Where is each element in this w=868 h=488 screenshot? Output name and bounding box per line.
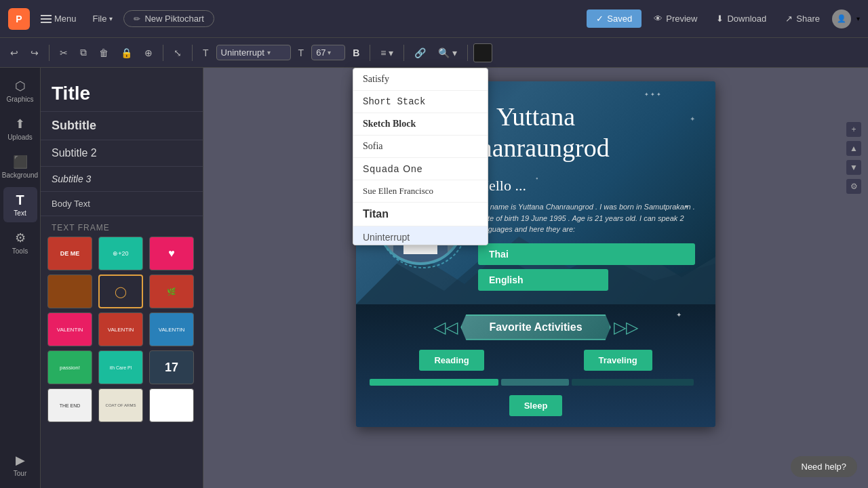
stars-decoration: ✦ ✦ ✦ bbox=[644, 92, 661, 98]
template-grid: DE ME ⊕+20 ♥ bbox=[41, 237, 203, 270]
template-thumb-1[interactable]: DE ME bbox=[47, 237, 92, 270]
cut-button[interactable]: ✂ bbox=[55, 44, 73, 62]
template-thumb-3[interactable]: ♥ bbox=[149, 237, 194, 270]
canvas-area[interactable]: + ▲ ▼ ⚙ ✦ ✦ ✦ ✦ ● ● Yuttana bbox=[203, 68, 868, 488]
font-option-sofia[interactable]: Sofia bbox=[353, 136, 488, 158]
activities-section: ◁◁ Favorite Activities ▷▷ ✦ Reading Trav… bbox=[356, 304, 715, 427]
text-frame-section: Text Frame bbox=[41, 216, 203, 237]
share-button[interactable]: ↗ Share bbox=[778, 9, 827, 28]
banner-left-arrow: ◁◁ bbox=[433, 318, 458, 337]
activity-stars: ✦ bbox=[676, 311, 682, 319]
template-thumb-7[interactable]: VALENTIN bbox=[47, 312, 92, 346]
template-grid-3: VALENTIN VALENTIN VALENTIN bbox=[41, 312, 203, 346]
tour-icon: ▶ bbox=[13, 453, 28, 468]
template-thumb-2[interactable]: ⊕+20 bbox=[98, 237, 143, 270]
reading-activity: Reading bbox=[419, 350, 484, 371]
font-list: Satisfy Short Stack Sketch Block Sofia S… bbox=[353, 68, 488, 245]
top-bar: P Menu File ▾ ✏ New Piktochart ✓ Saved 👁… bbox=[0, 0, 868, 38]
template-thumb-4[interactable] bbox=[47, 274, 92, 308]
activities-ribbon: Favorite Activities bbox=[460, 314, 610, 340]
nav-up-button[interactable]: ▲ bbox=[846, 141, 861, 156]
title-style-item[interactable]: Title bbox=[41, 76, 203, 112]
hamburger-icon bbox=[41, 15, 52, 23]
font-option-short-stack[interactable]: Short Stack bbox=[353, 91, 488, 113]
add-element-button[interactable]: + bbox=[846, 122, 861, 137]
sidebar-item-background[interactable]: ⬛ Background bbox=[3, 149, 37, 184]
preview-button[interactable]: 👁 Preview bbox=[647, 9, 704, 28]
pencil-icon: ✏ bbox=[134, 14, 140, 24]
effects-button[interactable]: 🔍 ▾ bbox=[433, 44, 462, 62]
toolbar-divider-3 bbox=[192, 45, 193, 61]
file-button[interactable]: File ▾ bbox=[87, 11, 119, 26]
subtitle-style-item[interactable]: Subtitle bbox=[41, 112, 203, 140]
font-option-satisfy[interactable]: Satisfy bbox=[353, 68, 488, 91]
font-option-sketch-block[interactable]: Sketch Block bbox=[353, 113, 488, 136]
template-thumb-6[interactable]: 🌿 bbox=[149, 274, 194, 308]
font-option-sue-ellen[interactable]: Sue Ellen Francisco bbox=[353, 180, 488, 203]
template-thumb-10[interactable]: passion! bbox=[47, 350, 92, 384]
progress-seg-1 bbox=[370, 379, 498, 386]
font-dropdown[interactable]: Uninterrupt ▾ bbox=[216, 45, 291, 60]
sleep-container: Sleep bbox=[370, 391, 702, 420]
template-thumb-8[interactable]: VALENTIN bbox=[98, 312, 143, 346]
progress-row-1 bbox=[370, 379, 702, 386]
font-size-input[interactable]: 67 ▾ bbox=[311, 45, 345, 60]
nav-down-button[interactable]: ▼ bbox=[846, 160, 861, 175]
sidebar-item-graphics[interactable]: ⬡ Graphics bbox=[3, 73, 37, 108]
template-grid-5: THE END COAT OF ARMS bbox=[41, 388, 203, 422]
user-chevron-icon: ▾ bbox=[856, 15, 860, 22]
delete-button[interactable]: 🗑 bbox=[94, 44, 113, 62]
redo-button[interactable]: ↪ bbox=[26, 44, 43, 62]
avatar[interactable]: 👤 bbox=[832, 9, 851, 28]
template-thumb-9[interactable]: VALENTIN bbox=[149, 312, 194, 346]
subtitle3-style-item[interactable]: Subtitle 3 bbox=[41, 167, 203, 192]
template-thumb-12[interactable]: 17 bbox=[149, 350, 194, 384]
saved-button[interactable]: ✓ Saved bbox=[587, 9, 642, 28]
graphics-icon: ⬡ bbox=[13, 79, 28, 94]
text-type-button[interactable]: T bbox=[198, 44, 214, 62]
new-piktochart-button[interactable]: ✏ New Piktochart bbox=[123, 10, 214, 27]
download-button[interactable]: ⬇ Download bbox=[709, 9, 773, 28]
sleep-activity: Sleep bbox=[509, 395, 563, 416]
sidebar-item-tools[interactable]: ⚙ Tools bbox=[3, 225, 37, 260]
thai-language-bar: Thai bbox=[478, 243, 695, 265]
settings-button[interactable]: ⚙ bbox=[846, 179, 861, 194]
menu-button[interactable]: Menu bbox=[35, 11, 82, 26]
body-style-item[interactable]: Body Text bbox=[41, 192, 203, 216]
font-option-titan[interactable]: Titan bbox=[353, 203, 488, 226]
hello-text: Hello ... bbox=[478, 177, 695, 195]
copy-button[interactable]: ⧉ bbox=[75, 43, 92, 62]
banner-right-arrow: ▷▷ bbox=[614, 318, 638, 337]
subtitle2-style-item[interactable]: Subtitle 2 bbox=[41, 140, 203, 167]
align-button[interactable]: ≡ ▾ bbox=[376, 44, 398, 62]
eye-icon: 👁 bbox=[654, 14, 663, 24]
link-button[interactable]: 🔗 bbox=[410, 44, 431, 62]
chevron-down-icon: ▾ bbox=[109, 15, 113, 22]
sidebar-item-tour[interactable]: ▶ Tour bbox=[3, 447, 37, 483]
resize-button[interactable]: ⤡ bbox=[169, 44, 186, 62]
template-thumb-14[interactable]: COAT OF ARMS bbox=[98, 388, 143, 422]
template-thumb-5[interactable]: ◯ bbox=[98, 274, 143, 308]
toolbar-divider-4 bbox=[370, 45, 370, 61]
font-dropdown-arrow: ▾ bbox=[267, 49, 271, 56]
toolbar-divider-6 bbox=[467, 45, 468, 61]
bold-button[interactable]: B bbox=[348, 44, 364, 62]
english-language-bar: English bbox=[478, 269, 608, 291]
sidebar-item-text[interactable]: T Text bbox=[3, 187, 37, 222]
template-thumb-15[interactable] bbox=[149, 388, 194, 422]
background-icon: ⬛ bbox=[13, 155, 28, 169]
template-thumb-11[interactable]: ith Care Pl bbox=[98, 350, 143, 384]
sidebar-item-uploads[interactable]: ⬆ Uploads bbox=[3, 111, 37, 146]
font-option-uninterrupt[interactable]: Uninterrupt bbox=[353, 226, 488, 245]
toolbar-divider-2 bbox=[163, 45, 163, 61]
checkmark-icon: ✓ bbox=[596, 14, 604, 24]
tools-icon: ⚙ bbox=[13, 230, 28, 245]
hello-section: Hello ... My name is Yuttana Chanraungro… bbox=[478, 177, 695, 291]
lock-button[interactable]: 🔒 bbox=[116, 44, 137, 62]
duplicate-button[interactable]: ⊕ bbox=[140, 44, 157, 62]
color-swatch[interactable] bbox=[473, 43, 492, 62]
undo-button[interactable]: ↩ bbox=[5, 44, 23, 62]
font-option-squada-one[interactable]: Squada One bbox=[353, 158, 488, 180]
need-help-button[interactable]: Need help? bbox=[791, 456, 858, 477]
template-thumb-13[interactable]: THE END bbox=[47, 388, 92, 422]
